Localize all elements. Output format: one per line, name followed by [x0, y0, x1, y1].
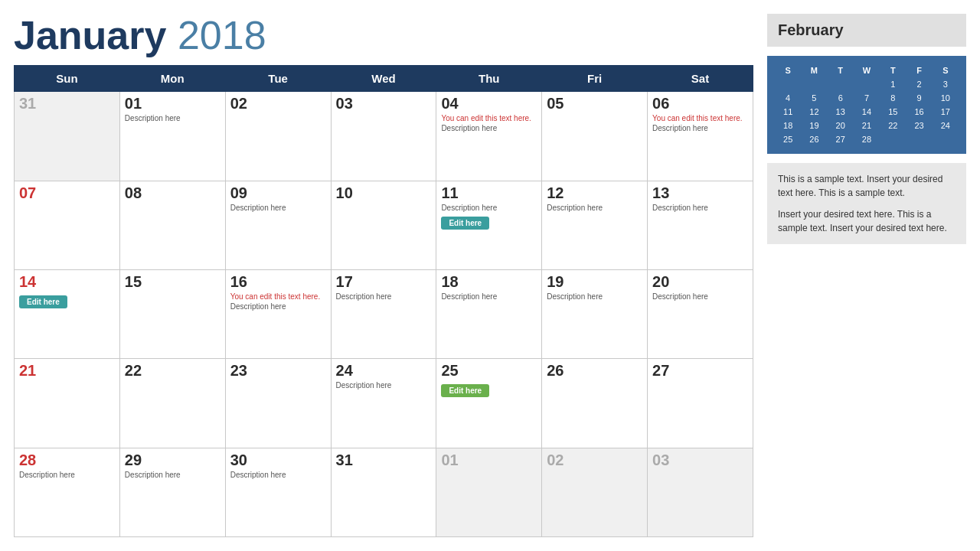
day-number: 31 [19, 95, 115, 112]
mini-day-cell [880, 132, 906, 146]
mini-day-cell [906, 132, 932, 146]
feb-title: February [778, 21, 844, 38]
calendar-day-cell: 21 [15, 359, 120, 448]
mini-day-cell: 16 [906, 105, 932, 119]
day-number: 20 [652, 273, 748, 291]
day-description: Description here [230, 204, 326, 212]
day-number: 24 [336, 362, 432, 380]
mini-day-cell: 19 [801, 119, 827, 132]
calendar-day-cell: 05 [542, 92, 648, 181]
edit-tag[interactable]: Edit here [19, 295, 67, 308]
mini-week-row: 11121314151617 [775, 105, 959, 119]
day-description: Description here [19, 471, 115, 479]
day-number: 03 [652, 452, 748, 469]
day-description: Description here [441, 292, 537, 301]
mini-week-row: 18192021222324 [775, 119, 959, 132]
weekday-header-cell: Sat [648, 66, 753, 92]
calendar-day-cell: 02 [542, 448, 648, 536]
mini-week-row: 45678910 [775, 91, 959, 105]
calendar-day-cell: 09Description here [225, 181, 331, 269]
mini-day-cell [854, 77, 880, 91]
calendar-day-cell: 26 [542, 359, 648, 448]
day-description: Description here [652, 204, 748, 212]
day-number: 08 [125, 184, 220, 202]
mini-cal-body: 1234567891011121314151617181920212223242… [775, 77, 959, 146]
mini-week-row: 123 [775, 77, 959, 91]
day-description: Description here [547, 292, 642, 301]
mini-day-cell: 28 [854, 132, 880, 146]
day-number: 02 [230, 95, 326, 112]
highlight-text: You can edit this text here. [652, 114, 748, 122]
day-description: Description here [336, 292, 432, 301]
mini-weekday-cell: S [933, 64, 959, 77]
day-number: 17 [336, 273, 432, 291]
mini-day-cell: 10 [933, 91, 959, 105]
weekday-header-row: SunMonTueWedThuFriSat [15, 66, 753, 92]
day-description: Description here [441, 204, 537, 212]
calendar-day-cell: 23 [225, 359, 331, 448]
day-number: 18 [441, 273, 537, 291]
day-number: 30 [230, 452, 326, 469]
mini-day-cell: 9 [906, 91, 932, 105]
mini-weekday-cell: T [880, 64, 906, 77]
mini-day-cell: 8 [880, 91, 906, 105]
calendar-day-cell: 06You can edit this text here.Descriptio… [648, 92, 753, 181]
calendar-day-cell: 29Description here [119, 448, 225, 536]
calendar-day-cell: 22 [119, 359, 225, 448]
day-number: 13 [652, 184, 748, 202]
day-number: 06 [652, 95, 748, 112]
day-description: Description here [125, 114, 220, 122]
calendar-day-cell: 14Edit here [15, 269, 120, 358]
edit-tag[interactable]: Edit here [441, 217, 489, 230]
day-description: Description here [652, 292, 748, 301]
day-number: 10 [336, 184, 432, 202]
day-number: 05 [547, 95, 642, 112]
weekday-header-cell: Mon [119, 66, 225, 92]
calendar-day-cell: 25Edit here [436, 359, 542, 448]
calendar-body: 3101Description here020304You can edit t… [15, 92, 753, 537]
day-number: 04 [441, 95, 537, 112]
calendar-day-cell: 24Description here [331, 359, 436, 448]
year-label: 2018 [178, 13, 266, 57]
mini-day-cell: 12 [801, 105, 827, 119]
mini-weekday-cell: T [828, 64, 854, 77]
day-number: 23 [230, 362, 326, 380]
mini-day-cell [828, 77, 854, 91]
mini-day-cell: 24 [933, 119, 959, 132]
calendar-day-cell: 15 [119, 269, 225, 358]
calendar-week-row: 21222324Description here25Edit here2627 [15, 359, 753, 448]
day-number: 01 [125, 95, 220, 112]
mini-day-cell [801, 77, 827, 91]
day-number: 11 [441, 184, 537, 202]
mini-day-cell: 13 [828, 105, 854, 119]
mini-day-cell: 3 [933, 77, 959, 91]
mini-day-cell: 7 [854, 91, 880, 105]
highlight-text: You can edit this text here. [441, 114, 537, 122]
month-label: January [14, 13, 166, 57]
mini-day-cell: 1 [880, 77, 906, 91]
calendar-day-cell: 20Description here [648, 269, 753, 358]
edit-tag[interactable]: Edit here [441, 384, 489, 397]
day-number: 31 [336, 452, 432, 469]
calendar-day-cell: 10 [331, 181, 436, 269]
mini-day-cell [775, 77, 801, 91]
calendar-week-row: 3101Description here020304You can edit t… [15, 92, 753, 181]
mini-week-row: 25262728 [775, 132, 959, 146]
mini-day-cell: 21 [854, 119, 880, 132]
day-description: Description here [547, 204, 642, 212]
calendar-day-cell: 30Description here [225, 448, 331, 536]
day-description: Description here [230, 471, 326, 479]
mini-day-cell: 23 [906, 119, 932, 132]
mini-day-cell [933, 132, 959, 146]
calendar-day-cell: 16You can edit this text here.Descriptio… [225, 269, 331, 358]
calendar-day-cell: 12Description here [542, 181, 648, 269]
calendar-day-cell: 03 [648, 448, 753, 536]
day-number: 07 [19, 184, 115, 202]
day-number: 27 [652, 362, 748, 380]
mini-weekday-cell: F [906, 64, 932, 77]
main-calendar: SunMonTueWedThuFriSat 3101Description he… [14, 65, 753, 537]
day-number: 03 [336, 95, 432, 112]
weekday-header-cell: Tue [225, 66, 331, 92]
weekday-header-cell: Wed [331, 66, 436, 92]
day-description: Description here [652, 124, 748, 132]
